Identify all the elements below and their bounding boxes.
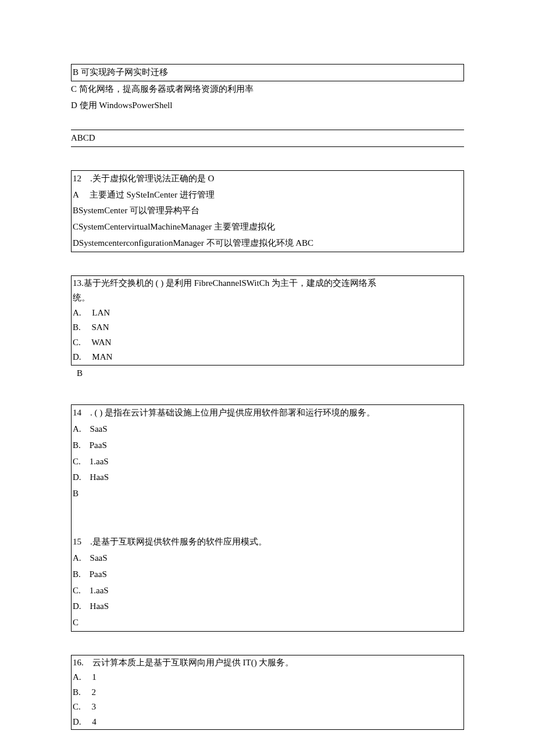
q12-option-b: BSystemCenter 可以管理异构平台	[73, 203, 462, 219]
q11-answer: ABCD	[71, 130, 464, 147]
q14-stem: 14 . ( ) 是指在云计算基础设施上位用户提供应用软件部署和运行环境的服务。	[73, 405, 462, 421]
q15-option-b: B. PaaS	[73, 567, 462, 583]
q14-option-a: A. SaaS	[73, 421, 462, 438]
q15-answer: C	[73, 615, 462, 631]
q16-stem: 16. 云计算本质上是基于互联网向用户提供 IT() 大服务。	[73, 655, 462, 671]
q14-option-b: B. PaaS	[73, 438, 462, 454]
q11-option-b: B 可实现跨子网实时迁移	[73, 65, 462, 81]
q11-blank-line	[71, 113, 464, 130]
q13-option-d: D. MAN	[73, 350, 462, 365]
q14-answer: B	[73, 486, 462, 502]
q12-option-c: CSystemCentervirtualMachineManager 主要管理虚…	[73, 219, 462, 235]
q15-option-c: C. 1.aaS	[73, 583, 462, 599]
q13-option-b: B. SAN	[73, 320, 462, 335]
q14-option-c: C. 1.aaS	[73, 454, 462, 470]
q11-option-c: C 简化网络，提高服务器或者网络资源的利用率	[71, 81, 464, 98]
q14-q15-box: 14 . ( ) 是指在云计算基础设施上位用户提供应用软件部署和运行环境的服务。…	[71, 404, 464, 632]
q13-answer: B	[71, 366, 464, 382]
q12-box: 12 .关于虚拟化管理说法正确的是 O A 主要通过 SySteInCenter…	[71, 170, 464, 252]
q15-option-d: D. HaaS	[73, 599, 462, 615]
q11-answer-row: ABCD	[71, 130, 464, 147]
q12-option-a: A 主要通过 SySteInCenter 进行管理	[73, 187, 462, 203]
q14-option-d: D. HaaS	[73, 470, 462, 486]
q15-option-a: A. SaaS	[73, 550, 462, 567]
q13-box: 13.基于光纤交换机的 ( ) 是利用 FibreChannelSWitCh 为…	[71, 275, 464, 366]
q16-box: 16. 云计算本质上是基于互联网向用户提供 IT() 大服务。 A. 1 B. …	[71, 655, 464, 730]
q13-option-c: C. WAN	[73, 335, 462, 350]
q16-option-d: D. 4	[73, 715, 462, 730]
q11-option-b-box: B 可实现跨子网实时迁移	[71, 64, 464, 81]
q12-option-d-answer: DSystemcenterconfigurationManager 不可以管理虚…	[73, 235, 462, 252]
q15-stem: 15 .是基于互联网提供软件服务的软件应用模式。	[73, 534, 462, 550]
q11-option-d: D 使用 WindowsPowerShell	[71, 98, 464, 114]
q12-stem: 12 .关于虚拟化管理说法正确的是 O	[73, 171, 462, 187]
q13-stem-line2: 统。	[73, 291, 462, 306]
q16-option-b: B. 2	[73, 685, 462, 700]
q13-option-a: A. LAN	[73, 306, 462, 321]
q16-option-a: A. 1	[73, 670, 462, 685]
q16-option-c: C. 3	[73, 700, 462, 715]
q13-stem-line1: 13.基于光纤交换机的 ( ) 是利用 FibreChannelSWitCh 为…	[73, 276, 462, 291]
